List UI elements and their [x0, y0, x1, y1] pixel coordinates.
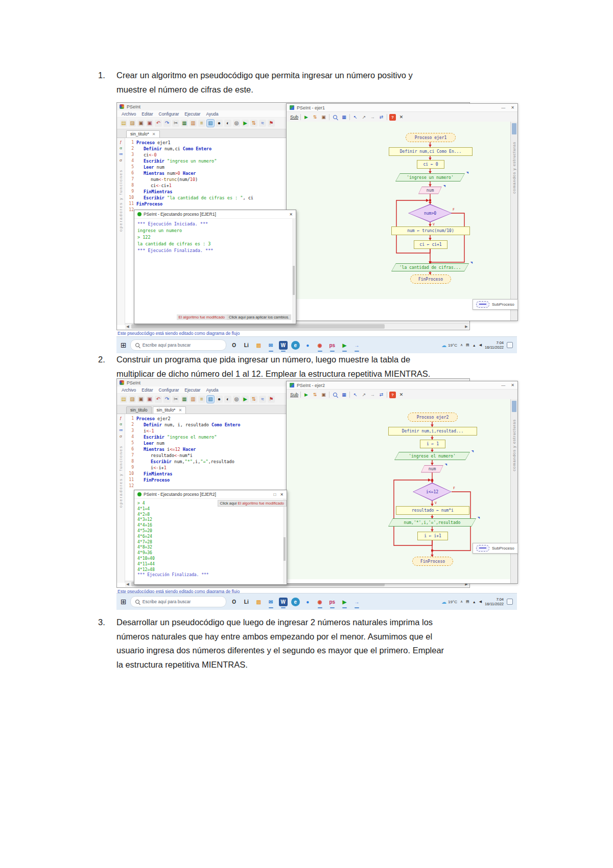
taskbar-app-opera[interactable]: O — [230, 598, 239, 606]
flow-node-proc[interactable]: ci ← ci+1 — [414, 240, 447, 249]
close-icon[interactable]: ✕ — [511, 383, 514, 387]
console-close-icon[interactable]: ✕ — [289, 212, 293, 217]
flow-update-icon[interactable]: ⇅ — [312, 392, 318, 398]
taskbar-app-mail[interactable]: ✉ — [267, 598, 275, 606]
menu-item-editar[interactable]: Editar — [142, 111, 153, 117]
scroll-thumb[interactable] — [293, 266, 295, 295]
side-tool-icon[interactable]: ƒ — [120, 140, 122, 144]
subprocess-button[interactable]: Sub — [290, 392, 298, 397]
scroll-left-icon[interactable]: ◀ — [125, 581, 130, 587]
swap-icon[interactable]: ⇄ — [378, 114, 385, 121]
taskbar-clock[interactable]: 7:0416/11/2022 — [485, 340, 504, 350]
open-file-icon[interactable]: ▨ — [129, 396, 136, 403]
copy-icon[interactable]: ▦ — [181, 120, 188, 127]
find-next-icon[interactable]: ◎ — [233, 396, 240, 403]
breakpoint-icon[interactable]: ⚑ — [268, 120, 275, 127]
new-file-icon[interactable]: ▤ — [120, 120, 127, 127]
undo-icon[interactable]: ↶ — [155, 396, 162, 403]
tray-icon-3[interactable]: ◀ — [479, 600, 482, 604]
flow-node-proc[interactable]: Definir num,ci Como En... — [389, 147, 473, 156]
flow-node-proc[interactable]: resultado ← num*i — [396, 506, 469, 515]
flow-node-end[interactable]: FinProceso — [410, 275, 451, 284]
tab-close-icon[interactable]: ✕ — [178, 408, 182, 413]
speed-icon[interactable]: ≈ — [259, 120, 266, 127]
flow-node-proc[interactable]: i ← i+1 — [417, 532, 448, 540]
tray-icon-1[interactable]: ▤ — [466, 600, 469, 604]
side-tool-icon[interactable]: σ — [120, 158, 122, 163]
speed-icon[interactable]: ≈ — [259, 396, 266, 403]
flow-node-proc[interactable]: i ← 1 — [420, 440, 445, 448]
notice-line-2[interactable]: Click aquí para aplicar los cambios. — [227, 314, 291, 320]
taskbar-app-pseint[interactable]: ps — [328, 341, 337, 350]
menu-item-configurar[interactable]: Configurar — [159, 387, 179, 393]
save-all-icon[interactable]: ▣ — [146, 396, 153, 403]
redo-icon[interactable]: ↷ — [163, 396, 171, 403]
side-tool-icon[interactable]: α — [120, 146, 122, 150]
taskbar-app-edge[interactable]: e — [291, 598, 300, 606]
weather-widget[interactable]: ☁19°C — [441, 342, 457, 348]
tab-sin-titulo[interactable]: sin_titulo*✕ — [126, 130, 160, 138]
zoom-icon[interactable] — [333, 115, 337, 119]
select-arrow-icon[interactable]: ↖ — [352, 392, 359, 398]
scroll-left-icon[interactable]: ◀ — [125, 324, 130, 329]
scroll-right-icon[interactable]: ▶ — [464, 324, 469, 329]
subprocess-palette[interactable]: SubProceso — [473, 299, 518, 310]
flow-node-proc[interactable]: ci ← 0 — [417, 160, 444, 169]
scroll-thumb[interactable] — [131, 324, 385, 329]
replace-icon[interactable]: ◐ — [224, 120, 231, 127]
flow-close-icon[interactable]: ✕ — [398, 114, 405, 121]
flow-run-icon[interactable]: ▶ — [303, 392, 310, 398]
flow-node-start[interactable]: Proceso ejer2 — [408, 413, 458, 422]
menu-item-ayuda[interactable]: Ayuda — [206, 111, 218, 117]
start-button[interactable]: ⊞ — [121, 337, 127, 353]
flow-update-icon[interactable]: ⇅ — [312, 114, 318, 121]
taskbar-search[interactable]: Escribe aquí para buscar — [130, 596, 226, 607]
fit-view-icon[interactable]: ▦ — [341, 392, 347, 398]
tab-close-icon[interactable]: ✕ — [152, 132, 156, 136]
subprocess-palette[interactable]: SubProceso — [473, 543, 518, 554]
copy-icon[interactable]: ▦ — [181, 396, 188, 403]
replace-icon[interactable]: ◐ — [224, 396, 231, 403]
quick-help-icon[interactable]: ? — [389, 392, 396, 398]
tray-icon-2[interactable]: ▲ — [473, 600, 476, 604]
modified-tooltip[interactable]: Click aquí El algoritmo fue modificado — [218, 500, 287, 507]
notification-center-icon[interactable] — [507, 342, 513, 348]
menu-item-ejecutar[interactable]: Ejecutar — [184, 387, 200, 393]
weather-widget[interactable]: ☁19°C — [441, 599, 457, 605]
flow-node-dec[interactable]: i<=12 — [413, 483, 452, 501]
run-icon[interactable]: ▶ — [242, 396, 249, 403]
taskbar-app-explorer[interactable]: ▨ — [254, 598, 263, 606]
taskbar-app-pseint[interactable]: ps — [328, 598, 337, 606]
step-run-icon[interactable]: ⇅ — [250, 396, 257, 403]
tray-icon-0[interactable]: ∧ — [460, 600, 463, 604]
minimize-icon[interactable]: — — [501, 383, 505, 387]
menu-item-configurar[interactable]: Configurar — [159, 111, 179, 117]
taskbar-app-psdraw[interactable]: → — [352, 598, 361, 606]
menu-item-archivo[interactable]: Archivo — [122, 111, 136, 117]
quick-help-icon[interactable]: ? — [389, 114, 396, 121]
start-button[interactable]: ⊞ — [121, 593, 127, 610]
connector-icon[interactable]: → — [369, 114, 376, 121]
select-arrow-icon[interactable]: ↖ — [352, 114, 359, 121]
tray-icon-0[interactable]: ∧ — [460, 343, 463, 347]
menu-item-archivo[interactable]: Archivo — [122, 387, 136, 393]
taskbar-app-mail[interactable]: ✉ — [267, 341, 275, 350]
console-scrollbar[interactable] — [283, 499, 286, 584]
step-run-icon[interactable]: ⇅ — [250, 120, 257, 127]
run-icon[interactable]: ▶ — [242, 120, 249, 127]
flow-node-io[interactable]: num,'*',i,'=',resultado◥ — [388, 518, 476, 527]
flow-node-proc[interactable]: num ← trunc(num/10) — [391, 226, 470, 235]
flow-node-start[interactable]: Proceso ejer1 — [406, 133, 456, 142]
flow-node-io[interactable]: 'ingrese el numero'◥ — [394, 452, 470, 460]
side-tool-icon[interactable]: α — [120, 422, 122, 426]
pan-icon[interactable]: ↗ — [361, 114, 367, 121]
menu-item-editar[interactable]: Editar — [142, 387, 153, 393]
tray-icon-3[interactable]: ◀ — [479, 343, 482, 347]
taskbar-app-opera[interactable]: O — [230, 341, 239, 350]
menu-item-ejecutar[interactable]: Ejecutar — [184, 111, 200, 117]
pan-icon[interactable]: ↗ — [361, 392, 367, 398]
redo-icon[interactable]: ↷ — [163, 120, 171, 127]
taskbar-app-chrome[interactable]: ◉ — [316, 341, 324, 350]
taskbar-app-explorer[interactable]: ▨ — [254, 341, 263, 350]
taskbar-clock[interactable]: 7:0416/11/2022 — [485, 597, 504, 606]
